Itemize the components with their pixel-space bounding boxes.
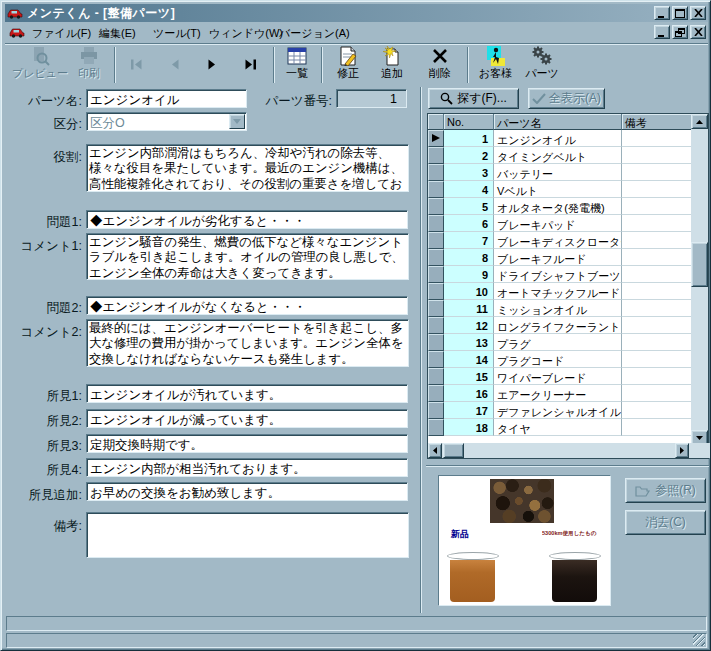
menu-version[interactable]: バージョン(A)	[279, 26, 350, 41]
scroll-up-icon[interactable]	[691, 114, 708, 129]
table-vscrollbar[interactable]	[691, 114, 708, 445]
clear-button[interactable]: 消去(C)	[625, 510, 706, 535]
finding1-input[interactable]: エンジンオイルが汚れています。	[86, 384, 408, 403]
table-row[interactable]: 5 オルタネータ(発電機)	[428, 198, 692, 215]
header-note[interactable]: 備考	[622, 114, 692, 130]
table-row[interactable]: 16 エアークリーナー	[428, 385, 692, 402]
table-row[interactable]: 7 ブレーキディスクローター	[428, 232, 692, 249]
table-row[interactable]: 1 エンジンオイル	[428, 130, 692, 147]
add-button[interactable]: 追加	[371, 45, 413, 84]
table-row[interactable]: 4 Vベルト	[428, 181, 692, 198]
row-selector[interactable]	[428, 402, 444, 419]
scroll-right-icon[interactable]	[675, 443, 689, 458]
table-hscrollbar[interactable]	[428, 443, 710, 458]
table-row[interactable]: 13 プラグ	[428, 334, 692, 351]
table-row[interactable]: 14 プラグコード	[428, 351, 692, 368]
table-row[interactable]: 6 ブレーキパッド	[428, 215, 692, 232]
scroll-left-icon[interactable]	[428, 443, 442, 458]
hscroll-thumb[interactable]	[443, 443, 464, 458]
table-row[interactable]: 11 ミッションオイル	[428, 300, 692, 317]
row-name: プラグコード	[494, 351, 622, 368]
child-close-button[interactable]	[690, 25, 706, 39]
row-selector[interactable]	[428, 334, 444, 351]
delete-button[interactable]: 削除	[419, 45, 461, 84]
row-selector[interactable]	[428, 351, 444, 368]
notes-textarea[interactable]	[86, 512, 409, 558]
row-selector[interactable]	[428, 147, 444, 164]
row-selector[interactable]	[428, 419, 444, 436]
nav-next-button[interactable]	[193, 45, 231, 84]
find-button[interactable]: 探す(F)...	[428, 88, 519, 109]
row-no: 7	[444, 232, 494, 249]
finding2-input[interactable]: エンジンオイルが減っています。	[86, 409, 408, 428]
table-row[interactable]: 10 オートマチックフルード	[428, 283, 692, 300]
comment2-textarea[interactable]: 最終的には、エンジンオーバーヒートを引き起こし、多大な修理の費用が掛かってしまい…	[86, 319, 409, 367]
header-no[interactable]: No.	[444, 114, 494, 130]
maximize-button[interactable]	[672, 6, 688, 20]
menu-window[interactable]: ウィンドウ(W)	[209, 26, 283, 41]
row-note	[622, 215, 692, 232]
table-row[interactable]: 18 タイヤ	[428, 419, 692, 436]
table-row[interactable]: 17 デファレンシャルオイル	[428, 402, 692, 419]
child-restore-button[interactable]	[672, 25, 688, 39]
row-selector[interactable]	[428, 249, 444, 266]
close-button[interactable]	[690, 6, 706, 20]
row-selector[interactable]	[428, 385, 444, 402]
print-button[interactable]: 印刷	[67, 45, 111, 84]
preview-button[interactable]: プレビュー	[13, 45, 67, 84]
nav-first-button[interactable]	[117, 45, 155, 84]
problem1-input[interactable]: ◆エンジンオイルが劣化すると・・・	[86, 210, 408, 229]
row-selector[interactable]	[428, 198, 444, 215]
parts-name-input[interactable]: エンジンオイル	[86, 89, 247, 108]
menu-tools[interactable]: ツール(T)	[153, 26, 201, 41]
row-selector[interactable]	[428, 164, 444, 181]
vscroll-thumb[interactable]	[691, 242, 708, 287]
edit-button[interactable]: 修正	[327, 45, 369, 84]
row-selector[interactable]	[428, 266, 444, 283]
row-selector[interactable]	[428, 130, 444, 147]
part-image-panel: 新品 5300km使用したもの	[438, 475, 611, 606]
row-name: オルタネータ(発電機)	[494, 198, 622, 215]
problem2-input[interactable]: ◆エンジンオイルがなくなると・・・	[86, 296, 408, 315]
finding3-input[interactable]: 定期交換時期です。	[86, 434, 408, 453]
finding-extra-input[interactable]: お早めの交換をお勧め致します。	[86, 482, 408, 501]
show-all-button[interactable]: 全表示(A)	[528, 88, 605, 109]
chevron-down-icon[interactable]	[229, 114, 245, 129]
mdi-child-icon[interactable]	[9, 26, 25, 38]
category-select[interactable]: 区分O	[86, 112, 247, 131]
notes-label: 備考:	[1, 518, 82, 535]
nav-prev-button[interactable]	[155, 45, 193, 84]
row-note	[622, 317, 692, 334]
row-selector[interactable]	[428, 300, 444, 317]
table-row[interactable]: 12 ロングライフクーラント	[428, 317, 692, 334]
child-minimize-button[interactable]	[654, 25, 670, 39]
browse-button[interactable]: 参照(R)	[625, 478, 706, 503]
role-textarea[interactable]: エンジン内部潤滑はもちろん、冷却や汚れの除去等、様々な役目を果たしています。最近…	[86, 144, 409, 192]
row-selector[interactable]	[428, 181, 444, 198]
row-selector[interactable]	[428, 283, 444, 300]
finding4-input[interactable]: エンジン内部が相当汚れております。	[86, 458, 408, 477]
row-name: ドライブシャフトブーツ	[494, 266, 622, 283]
row-selector[interactable]	[428, 368, 444, 385]
row-selector[interactable]	[428, 317, 444, 334]
resize-grip[interactable]	[693, 634, 705, 646]
menu-file[interactable]: ファイル(F)	[32, 26, 91, 41]
row-selector[interactable]	[428, 232, 444, 249]
row-no: 3	[444, 164, 494, 181]
table-row[interactable]: 8 ブレーキフルード	[428, 249, 692, 266]
nav-last-button[interactable]	[231, 45, 269, 84]
table-row[interactable]: 3 バッテリー	[428, 164, 692, 181]
table-row[interactable]: 15 ワイパーブレード	[428, 368, 692, 385]
row-selector[interactable]	[428, 215, 444, 232]
list-button[interactable]: 一覧	[276, 45, 318, 84]
minimize-button[interactable]	[654, 6, 670, 20]
parts-button[interactable]: パーツ	[519, 45, 565, 84]
comment1-textarea[interactable]: エンジン騒音の発生、燃費の低下など様々なエンジントラブルを引き起こします。オイル…	[86, 233, 409, 280]
header-name[interactable]: パーツ名	[494, 114, 622, 130]
row-note	[622, 334, 692, 351]
customer-button[interactable]: お客様	[472, 45, 519, 84]
table-row[interactable]: 9 ドライブシャフトブーツ	[428, 266, 692, 283]
menu-edit[interactable]: 編集(E)	[99, 26, 136, 41]
table-row[interactable]: 2 タイミングベルト	[428, 147, 692, 164]
engine-photo	[490, 479, 554, 523]
